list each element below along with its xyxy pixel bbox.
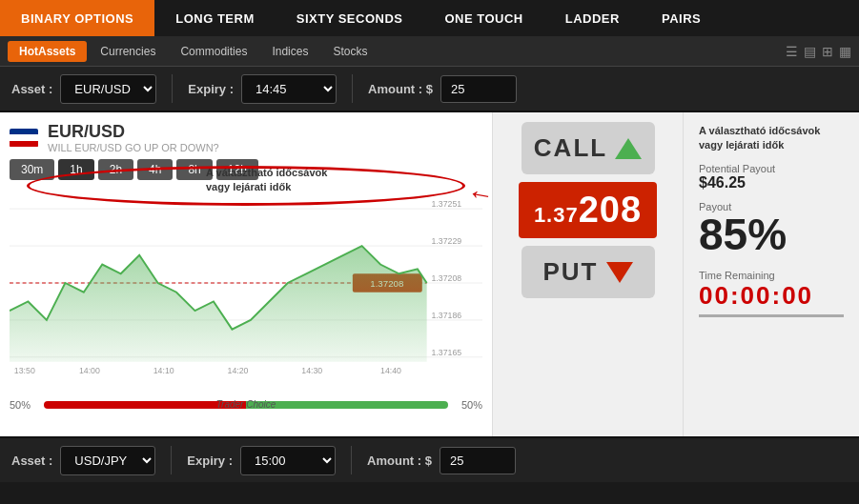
call-label: CALL [534,133,607,163]
svg-text:14:20: 14:20 [228,366,249,375]
svg-text:1.37229: 1.37229 [432,236,462,246]
tab-hotassets[interactable]: HotAssets [8,41,87,62]
svg-text:14:40: 14:40 [380,366,401,375]
chart-subtitle: WILL EUR/USD GO UP OR DOWN? [48,142,219,153]
tab-currencies[interactable]: Currencies [89,41,167,62]
svg-text:1.37186: 1.37186 [432,311,462,320]
bottom-divider-1 [171,446,172,474]
flag-bottom [10,141,38,148]
potential-payout-value: $46.25 [699,174,844,192]
trader-choice-row: 50% Trader Choice 50% [10,399,482,411]
payout-value: 85% [699,212,844,256]
svg-text:1.37251: 1.37251 [432,199,462,209]
potential-payout-row: Potential Payout $46.25 [699,163,844,192]
put-button[interactable]: PUT [522,246,655,298]
time-btn-4h[interactable]: 4h [137,159,173,180]
payout-panel: A választható időcsávok vagy lejárati id… [683,112,859,436]
bottom-expiry-select[interactable]: 15:00 [240,446,336,475]
bottom-expiry-group: Expiry : 15:00 [187,446,336,475]
time-btn-2h[interactable]: 2h [98,159,133,180]
call-button[interactable]: CALL [522,122,655,174]
asset-label: Asset : [11,82,52,96]
time-remaining-row: Time Remaining 00:00:00 [699,266,844,317]
asset-select[interactable]: EUR/USD [60,74,156,104]
svg-text:1.37165: 1.37165 [432,348,462,357]
svg-text:1.37208: 1.37208 [432,273,462,283]
chart-header: EUR/USD WILL EUR/USD GO UP OR DOWN? [10,122,482,153]
nav-ladder[interactable]: LADDER [544,0,641,36]
svg-text:14:10: 14:10 [153,366,174,375]
eur-flag [10,129,38,148]
call-put-panel: CALL 1.37208 PUT [492,112,683,436]
put-label: PUT [543,257,599,287]
nav-binary-options[interactable]: BINARY OPTIONS [0,0,154,36]
call-up-arrow [615,138,642,159]
asset-tabs: HotAssets Currencies Commodities Indices… [0,36,859,67]
time-remaining-value: 00:00:00 [699,281,844,311]
put-down-arrow [606,262,633,283]
price-prefix: 1.37 [534,203,579,227]
chart-area: EUR/USD WILL EUR/USD GO UP OR DOWN? 30m … [0,112,492,436]
divider-1 [172,74,173,103]
svg-text:14:30: 14:30 [301,366,322,375]
amount-label: Amount : $ [368,82,433,96]
bottom-divider-2 [351,446,352,474]
potential-payout-label: Potential Payout [699,163,844,174]
trader-choice-label: Trader Choice [216,399,276,410]
time-btn-1h[interactable]: 1h [58,159,93,180]
nav-one-touch[interactable]: ONE TOUCH [423,0,543,36]
grid-icon[interactable]: ⊞ [822,44,833,59]
main-area: EUR/USD WILL EUR/USD GO UP OR DOWN? 30m … [0,112,859,436]
bottom-asset-group: Asset : USD/JPY [11,446,155,475]
amount-input[interactable] [440,75,517,103]
top-navigation: BINARY OPTIONS LONG TERM SIXTY SECONDS O… [0,0,859,36]
svg-text:14:00: 14:00 [79,366,100,375]
amount-control-group: Amount : $ [368,75,517,103]
chart-fill [10,246,427,362]
nav-sixty-seconds[interactable]: SIXTY SECONDS [276,0,424,36]
chart-pair: EUR/USD [48,122,219,142]
expiry-select[interactable]: 14:45 [241,74,337,104]
trader-bar-wrapper: Trader Choice [44,401,448,409]
tab-stocks[interactable]: Stocks [321,41,378,62]
list-icon[interactable]: ▤ [804,44,816,59]
bottom-expiry-label: Expiry : [187,454,233,468]
divider-2 [352,74,353,103]
time-btn-30m[interactable]: 30m [10,159,54,180]
svg-text:13:50: 13:50 [14,366,35,375]
top-controls-row: Asset : EUR/USD Expiry : 14:45 Amount : … [0,67,859,112]
chart-title: EUR/USD WILL EUR/USD GO UP OR DOWN? [48,122,219,153]
price-display: 1.37208 [519,182,657,238]
trader-right-pct: 50% [456,399,482,411]
trader-left-pct: 50% [10,399,36,411]
time-divider [699,314,844,317]
bottom-amount-label: Amount : $ [367,454,432,468]
bottom-controls-row: Asset : USD/JPY Expiry : 15:00 Amount : … [0,436,859,482]
tab-view-icons: ☰ ▤ ⊞ ▦ [786,44,851,59]
expiry-label: Expiry : [188,82,234,96]
tile-icon[interactable]: ▦ [839,44,851,59]
payout-annotation-text: A választható időcsávok vagy lejárati id… [699,124,844,153]
nav-pairs[interactable]: PAIRS [641,0,722,36]
nav-long-term[interactable]: LONG TERM [154,0,276,36]
payout-row: Payout 85% [699,201,844,256]
bottom-asset-select[interactable]: USD/JPY [60,446,155,475]
bottom-amount-group: Amount : $ [367,447,516,474]
price-suffix: 208 [579,190,642,230]
bottom-amount-input[interactable] [440,447,516,474]
asset-control-group: Asset : EUR/USD [11,74,156,104]
hamburger-icon[interactable]: ☰ [786,44,798,59]
expiry-control-group: Expiry : 14:45 [188,74,337,104]
price-chart: 1.37251 1.37229 1.37208 1.37186 1.37165 … [10,188,482,378]
time-remaining-label: Time Remaining [699,270,844,281]
tab-indices[interactable]: Indices [260,41,319,62]
flag-mid [10,134,38,141]
tab-commodities[interactable]: Commodities [169,41,258,62]
flag-top [10,129,38,135]
bottom-asset-label: Asset : [11,454,52,468]
chart-svg-container: 1.37251 1.37229 1.37208 1.37186 1.37165 … [10,188,482,397]
